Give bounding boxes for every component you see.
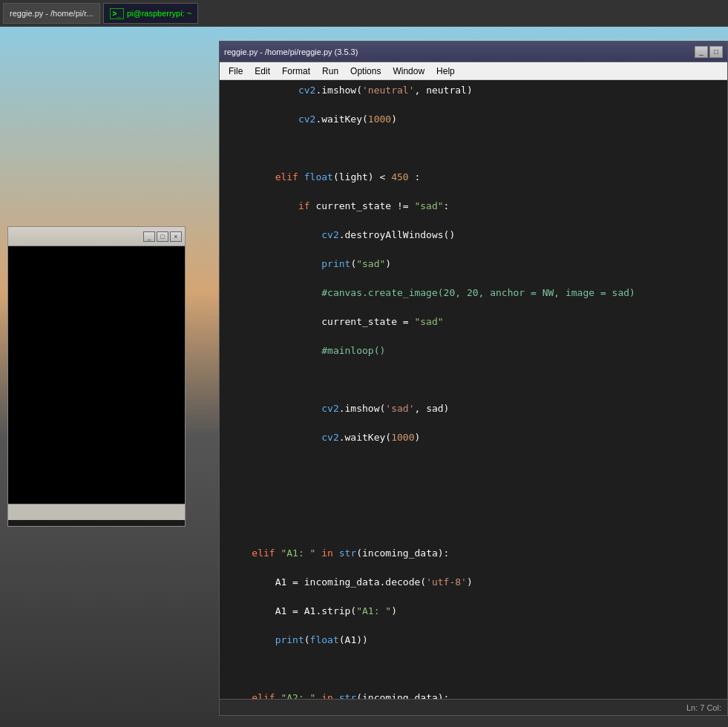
idle-minimize-button[interactable]: _	[695, 46, 708, 58]
code-editor[interactable]: cv2.imshow('neutral', neutral) cv2.waitK…	[220, 80, 727, 699]
code-line: cv2.waitKey(1000)	[229, 112, 718, 127]
code-line: cv2.destroyAllWindows()	[229, 228, 718, 243]
code-line	[229, 662, 718, 677]
idle-maximize-button[interactable]: □	[709, 46, 723, 58]
code-line: elif "A1: " in str(incoming_data):	[229, 546, 718, 561]
small-preview-window: _ □ ×	[7, 226, 186, 527]
idle-editor-window: reggie.py - /home/pi/reggie.py (3.5.3) _…	[219, 41, 728, 716]
idle-menubar: File Edit Format Run Options Window Help	[220, 62, 727, 80]
code-line: cv2.imshow('neutral', neutral)	[229, 83, 718, 98]
small-window-statusbar	[8, 504, 185, 520]
code-line: A1 = incoming_data.decode('utf-8')	[229, 575, 718, 590]
code-line	[229, 459, 718, 474]
status-ln-col: Ln: 7 Col:	[686, 703, 721, 712]
terminal-icon: >_	[110, 8, 124, 19]
taskbar-item-terminal[interactable]: >_ pi@raspberrypi: ~	[103, 3, 199, 24]
menu-file[interactable]: File	[223, 62, 249, 79]
menu-help[interactable]: Help	[430, 62, 461, 79]
code-line	[229, 141, 718, 156]
menu-edit[interactable]: Edit	[249, 62, 276, 79]
taskbar-terminal-label: pi@raspberrypi: ~	[127, 9, 191, 18]
code-line: #canvas.create_image(20, 20, anchor = NW…	[229, 286, 718, 300]
code-line: #mainloop()	[229, 343, 718, 358]
menu-options[interactable]: Options	[344, 62, 387, 79]
idle-window-buttons: _ □	[695, 46, 723, 58]
code-content: cv2.imshow('neutral', neutral) cv2.waitK…	[220, 83, 727, 699]
small-window-content	[8, 246, 185, 504]
minimize-button[interactable]: _	[143, 231, 155, 242]
taskbar-editor-label: reggie.py - /home/pi/r...	[10, 9, 94, 18]
taskbar-item-editor[interactable]: reggie.py - /home/pi/r...	[3, 3, 100, 24]
code-line: current_state = "sad"	[229, 315, 718, 329]
taskbar: reggie.py - /home/pi/r... >_ pi@raspberr…	[0, 0, 728, 27]
small-window-titlebar: _ □ ×	[8, 227, 185, 246]
maximize-button[interactable]: □	[157, 231, 168, 242]
code-line: print(float(A1))	[229, 633, 718, 648]
idle-statusbar: Ln: 7 Col:	[220, 699, 727, 715]
menu-format[interactable]: Format	[276, 62, 316, 79]
menu-run[interactable]: Run	[316, 62, 344, 79]
code-line: cv2.waitKey(1000)	[229, 430, 718, 445]
idle-window-title: reggie.py - /home/pi/reggie.py (3.5.3)	[224, 47, 358, 56]
code-line	[229, 488, 718, 503]
code-line: elif "A2: " in str(incoming_data):	[229, 691, 718, 699]
code-line: if current_state != "sad":	[229, 199, 718, 214]
close-button[interactable]: ×	[170, 231, 182, 242]
code-line	[229, 517, 718, 532]
code-line: print("sad")	[229, 257, 718, 272]
code-line: A1 = A1.strip("A1: ")	[229, 604, 718, 619]
menu-window[interactable]: Window	[387, 62, 430, 79]
idle-titlebar: reggie.py - /home/pi/reggie.py (3.5.3) _…	[220, 42, 727, 62]
code-line: cv2.imshow('sad', sad)	[229, 401, 718, 416]
code-line	[229, 372, 718, 387]
code-line: elif float(light) < 450 :	[229, 170, 718, 185]
